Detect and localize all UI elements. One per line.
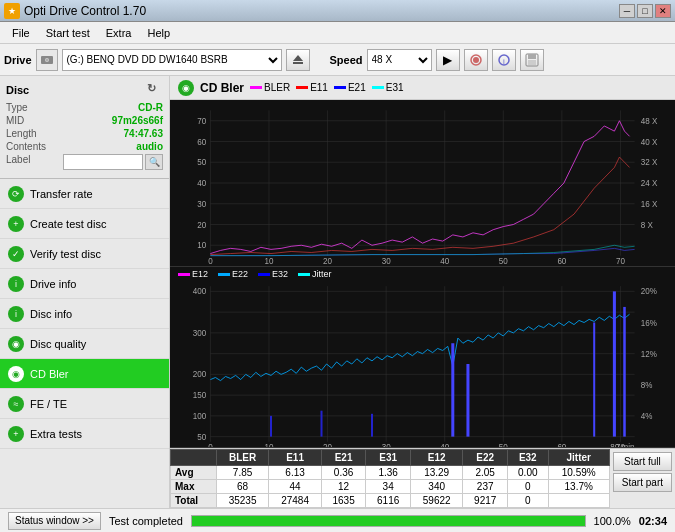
nav-create-test-disc[interactable]: + Create test disc: [0, 209, 169, 239]
svg-rect-11: [528, 60, 536, 65]
svg-text:0: 0: [208, 257, 213, 266]
disc-label-row: Label 🔍: [6, 154, 163, 170]
svg-text:24 X: 24 X: [641, 179, 658, 188]
avg-e21: 0.36: [321, 466, 366, 480]
col-header-e11: E11: [269, 450, 321, 466]
svg-text:16%: 16%: [641, 319, 657, 328]
play-button[interactable]: ▶: [436, 49, 460, 71]
legend-jitter-color: [298, 273, 310, 276]
svg-text:50: 50: [499, 443, 508, 447]
erase-button[interactable]: [464, 49, 488, 71]
svg-text:70: 70: [197, 117, 206, 126]
legend-e21: E21: [334, 82, 366, 93]
menu-file[interactable]: File: [4, 25, 38, 41]
legend-e32: E32: [258, 269, 288, 279]
menu-help[interactable]: Help: [139, 25, 178, 41]
action-buttons: Start full Start part: [610, 449, 675, 495]
total-e21: 1635: [321, 494, 366, 508]
svg-text:60: 60: [557, 257, 566, 266]
col-header-e21: E21: [321, 450, 366, 466]
nav-extra-tests[interactable]: + Extra tests: [0, 419, 169, 449]
disc-type-value: CD-R: [138, 102, 163, 113]
total-e11: 27484: [269, 494, 321, 508]
svg-text:200: 200: [193, 370, 207, 379]
maximize-button[interactable]: □: [637, 4, 653, 18]
progress-bar-container: [191, 515, 586, 527]
drive-select[interactable]: (G:) BENQ DVD DD DW1640 BSRB: [62, 49, 282, 71]
total-bler: 35235: [216, 494, 268, 508]
chart-title-icon: ◉: [178, 80, 194, 96]
svg-text:60: 60: [557, 443, 566, 447]
svg-rect-49: [170, 281, 675, 447]
svg-text:8 X: 8 X: [641, 221, 654, 230]
menu-start-test[interactable]: Start test: [38, 25, 98, 41]
main-layout: Disc ↻ Type CD-R MID 97m26s66f Length 74…: [0, 76, 675, 508]
nav-drive-info[interactable]: i Drive info: [0, 269, 169, 299]
disc-refresh-button[interactable]: ↻: [147, 82, 163, 98]
svg-text:40: 40: [197, 179, 206, 188]
cd-bler-icon: ◉: [8, 366, 24, 382]
legend-jitter-label: Jitter: [312, 269, 332, 279]
svg-text:80 min: 80 min: [610, 443, 635, 447]
progress-text: 100.0%: [594, 515, 631, 527]
col-header-e31: E31: [366, 450, 411, 466]
total-e12: 59622: [410, 494, 462, 508]
svg-text:40: 40: [440, 257, 449, 266]
col-header-e32: E32: [507, 450, 548, 466]
nav-verify-test-disc[interactable]: ✓ Verify test disc: [0, 239, 169, 269]
nav-cd-bler[interactable]: ◉ CD Bler: [0, 359, 169, 389]
legend-e12-label: E12: [192, 269, 208, 279]
app-title: Opti Drive Control 1.70: [24, 4, 146, 18]
save-button[interactable]: [520, 49, 544, 71]
status-window-button[interactable]: Status window >>: [8, 512, 101, 530]
total-e22: 9217: [463, 494, 508, 508]
status-text: Test completed: [109, 515, 183, 527]
svg-text:30: 30: [197, 200, 206, 209]
verify-disc-icon: ✓: [8, 246, 24, 262]
menu-extra[interactable]: Extra: [98, 25, 140, 41]
nav-fe-te[interactable]: ≈ FE / TE: [0, 389, 169, 419]
disc-length-label: Length: [6, 128, 37, 139]
disc-type-row: Type CD-R: [6, 102, 163, 113]
disc-label-input[interactable]: [63, 154, 143, 170]
svg-text:20%: 20%: [641, 287, 657, 296]
svg-text:30: 30: [382, 257, 391, 266]
start-full-button[interactable]: Start full: [613, 452, 672, 471]
disc-panel: Disc ↻ Type CD-R MID 97m26s66f Length 74…: [0, 76, 169, 179]
max-e11: 44: [269, 480, 321, 494]
minimize-button[interactable]: ─: [619, 4, 635, 18]
chart-title: CD Bler: [200, 81, 244, 95]
legend-e12: E12: [178, 269, 208, 279]
svg-text:50: 50: [197, 433, 206, 442]
start-part-button[interactable]: Start part: [613, 473, 672, 492]
disc-label-search-button[interactable]: 🔍: [145, 154, 163, 170]
avg-e31: 1.36: [366, 466, 411, 480]
nav-transfer-rate[interactable]: ⟳ Transfer rate: [0, 179, 169, 209]
legend-e11-color: [296, 86, 308, 89]
close-button[interactable]: ✕: [655, 4, 671, 18]
avg-jitter: 10.59%: [548, 466, 609, 480]
svg-text:12%: 12%: [641, 350, 657, 359]
svg-text:0: 0: [208, 443, 213, 447]
info-button[interactable]: i: [492, 49, 516, 71]
disc-length-row: Length 74:47.63: [6, 128, 163, 139]
svg-text:10: 10: [264, 257, 273, 266]
drive-info-icon: i: [8, 276, 24, 292]
nav-disc-info-label: Disc info: [30, 308, 72, 320]
content-area: ◉ CD Bler BLER E11 E21 E31: [170, 76, 675, 508]
svg-text:10: 10: [197, 241, 206, 250]
stats-layout: BLER E11 E21 E31 E12 E22 E32 Jitter Avg: [170, 449, 675, 508]
svg-text:50: 50: [499, 257, 508, 266]
avg-label: Avg: [171, 466, 217, 480]
legend-e12-color: [178, 273, 190, 276]
nav-transfer-rate-label: Transfer rate: [30, 188, 93, 200]
total-e32: 0: [507, 494, 548, 508]
nav-disc-info[interactable]: i Disc info: [0, 299, 169, 329]
speed-select[interactable]: 48 X: [367, 49, 432, 71]
legend-e11-label: E11: [310, 82, 328, 93]
nav-create-test-disc-label: Create test disc: [30, 218, 106, 230]
nav-extra-tests-label: Extra tests: [30, 428, 82, 440]
nav-disc-quality[interactable]: ◉ Disc quality: [0, 329, 169, 359]
eject-button[interactable]: [286, 49, 310, 71]
legend-e21-color: [334, 86, 346, 89]
